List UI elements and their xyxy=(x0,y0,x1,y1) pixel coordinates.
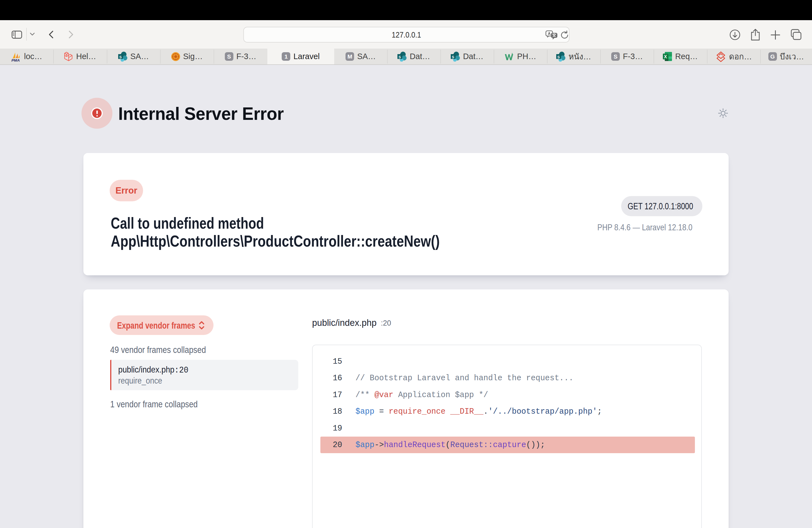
svg-text:X: X xyxy=(664,54,667,59)
svg-text:S: S xyxy=(452,55,454,59)
svg-text:PMA: PMA xyxy=(11,58,19,62)
svg-text:S: S xyxy=(398,55,401,59)
svg-text:³: ³ xyxy=(511,53,513,56)
svg-text:S: S xyxy=(119,55,122,59)
svg-text:S: S xyxy=(557,55,560,59)
